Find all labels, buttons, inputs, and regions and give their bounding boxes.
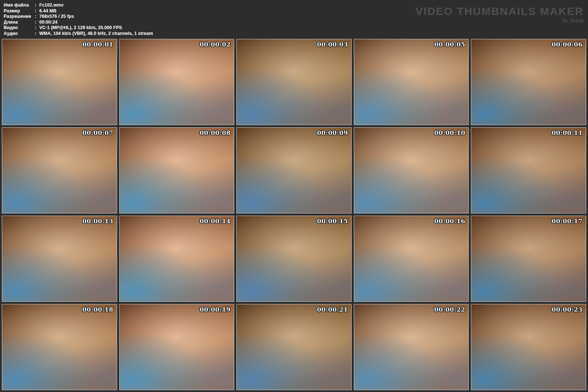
video-thumbnail: 00:00:06	[471, 39, 586, 125]
thumbnail-timestamp: 00:00:23	[552, 306, 583, 313]
video-thumbnail: 00:00:19	[119, 304, 235, 390]
thumbnail-timestamp: 00:00:15	[317, 218, 348, 225]
thumbnail-placeholder-image	[237, 216, 351, 301]
metadata-label: Видео	[4, 25, 35, 31]
thumbnail-placeholder-image	[237, 39, 351, 125]
metadata-label: Разрешение	[4, 14, 35, 20]
video-thumbnail: 00:00:10	[354, 127, 469, 213]
metadata-panel: Имя файла:Fc102.wmv Размер:6.44 MB Разре…	[0, 0, 588, 39]
metadata-separator: :	[35, 31, 39, 37]
video-thumbnail: 00:00:09	[236, 127, 352, 213]
thumbnail-timestamp: 00:00:19	[200, 306, 231, 313]
metadata-label: Размер	[4, 8, 35, 14]
thumbnail-timestamp: 00:00:22	[434, 306, 465, 313]
thumbnail-timestamp: 00:00:06	[552, 41, 583, 48]
metadata-label: Аудио	[4, 31, 35, 37]
thumbnail-timestamp: 00:00:13	[83, 218, 113, 225]
thumbnail-timestamp: 00:00:07	[83, 129, 113, 136]
video-thumbnail: 00:00:08	[119, 127, 235, 213]
thumbnail-timestamp: 00:00:03	[317, 41, 348, 48]
video-thumbnail: 00:00:11	[471, 127, 586, 213]
thumbnail-placeholder-image	[237, 128, 351, 213]
video-thumbnail: 00:00:01	[2, 39, 117, 125]
thumbnail-placeholder-image	[120, 39, 234, 125]
thumbnail-placeholder-image	[354, 39, 469, 125]
metadata-separator: :	[35, 8, 39, 14]
thumbnail-timestamp: 00:00:17	[552, 218, 583, 225]
video-thumbnail: 00:00:16	[354, 216, 469, 302]
metadata-row-audio: Аудио:WMA, 104 kb/s (VBR), 48.0 kHz, 2 c…	[4, 31, 584, 37]
video-thumbnail: 00:00:21	[236, 304, 352, 390]
thumbnail-placeholder-image	[471, 39, 586, 125]
thumbnail-placeholder-image	[2, 304, 117, 390]
metadata-row-video: Видео:VC-1 (MP@HL), 2 129 kb/s, 25.000 F…	[4, 25, 584, 31]
metadata-label: Длина	[4, 20, 35, 25]
thumbnail-placeholder-image	[2, 216, 117, 301]
video-thumbnail: 00:00:23	[471, 304, 586, 390]
video-thumbnail: 00:00:14	[119, 216, 235, 302]
metadata-label: Имя файла	[4, 3, 35, 8]
thumbnail-placeholder-image	[354, 128, 469, 213]
thumbnail-timestamp: 00:00:01	[83, 41, 113, 48]
app-logo: VIDEO THUMBNAILS MAKER by Scorp	[416, 6, 584, 23]
thumbnail-placeholder-image	[471, 304, 586, 390]
thumbnail-timestamp: 00:00:16	[434, 218, 465, 225]
thumbnail-timestamp: 00:00:11	[552, 129, 583, 136]
thumbnail-placeholder-image	[471, 128, 586, 213]
video-thumbnail: 00:00:02	[119, 39, 235, 125]
video-thumbnail: 00:00:05	[354, 39, 469, 125]
metadata-value-audio: WMA, 104 kb/s (VBR), 48.0 kHz, 2 channel…	[39, 31, 584, 37]
thumbnail-placeholder-image	[471, 216, 586, 301]
thumbnail-placeholder-image	[120, 216, 234, 301]
video-thumbnail: 00:00:13	[2, 216, 117, 302]
thumbnail-timestamp: 00:00:02	[200, 41, 231, 48]
thumbnail-placeholder-image	[354, 216, 469, 301]
metadata-separator: :	[35, 14, 39, 20]
thumbnail-timestamp: 00:00:08	[200, 129, 231, 136]
thumbnail-placeholder-image	[120, 128, 234, 213]
metadata-separator: :	[35, 20, 39, 25]
thumbnail-placeholder-image	[2, 39, 117, 125]
video-thumbnail: 00:00:03	[236, 39, 352, 125]
video-thumbnail: 00:00:15	[236, 216, 352, 302]
thumbnail-timestamp: 00:00:10	[434, 129, 465, 136]
app-logo-title: VIDEO THUMBNAILS MAKER	[416, 6, 584, 17]
metadata-separator: :	[35, 25, 39, 31]
thumbnail-timestamp: 00:00:18	[83, 306, 113, 313]
thumbnail-timestamp: 00:00:05	[434, 41, 465, 48]
video-thumbnail: 00:00:22	[354, 304, 469, 390]
thumbnail-timestamp: 00:00:14	[200, 218, 231, 225]
thumbnail-timestamp: 00:00:09	[317, 129, 348, 136]
thumbnail-grid: 00:00:01 00:00:02 00:00:03 00:00:05 00:0…	[2, 39, 586, 390]
metadata-value-video: VC-1 (MP@HL), 2 129 kb/s, 25.000 FPS	[39, 25, 584, 31]
video-thumbnail: 00:00:07	[2, 127, 117, 213]
thumbnail-placeholder-image	[354, 304, 469, 390]
video-thumbnail: 00:00:18	[2, 304, 117, 390]
video-thumbnail: 00:00:17	[471, 216, 586, 302]
thumbnail-placeholder-image	[237, 304, 351, 390]
thumbnail-placeholder-image	[120, 304, 234, 390]
thumbnail-timestamp: 00:00:21	[317, 306, 348, 313]
thumbnail-placeholder-image	[2, 128, 117, 213]
metadata-separator: :	[35, 3, 39, 8]
app-logo-byline: by Scorp	[416, 17, 584, 23]
